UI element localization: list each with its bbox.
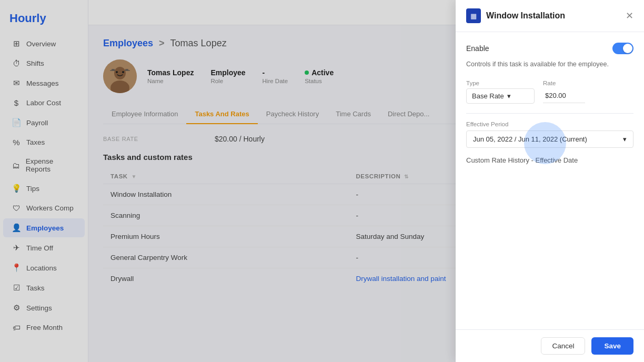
type-label: Type [466, 80, 535, 86]
panel-header-icon: ▦ [466, 8, 481, 23]
effective-period-select[interactable]: Jun 05, 2022 / Jun 11, 2022 (Current) ▾ [466, 130, 633, 148]
panel-header: ▦ Window Installation ✕ [456, 0, 644, 32]
chevron-down-icon: ▾ [507, 92, 511, 100]
enable-row: Enable [466, 43, 633, 54]
effective-period-label: Effective Period [466, 121, 633, 127]
save-button[interactable]: Save [591, 337, 633, 355]
chevron-down-icon: ▾ [623, 135, 627, 143]
panel-title: Window Installation [486, 11, 620, 21]
side-panel: ▦ Window Installation ✕ Enable Controls … [456, 0, 644, 362]
enable-toggle[interactable] [612, 43, 633, 54]
panel-footer: Cancel Save [456, 329, 644, 362]
panel-close-button[interactable]: ✕ [626, 10, 633, 22]
type-rate-row: Type Base Rate ▾ Rate [466, 80, 633, 104]
enable-label: Enable [466, 44, 489, 53]
panel-body: Enable Controls if this task is availabl… [456, 32, 644, 329]
custom-rate-history-title: Custom Rate History - Effective Date [466, 156, 633, 164]
divider [466, 113, 633, 114]
enable-description: Controls if this task is available for t… [466, 59, 633, 69]
type-field-group: Type Base Rate ▾ [466, 80, 535, 104]
type-select[interactable]: Base Rate ▾ [466, 88, 535, 104]
rate-field-group: Rate [543, 80, 585, 104]
rate-label: Rate [543, 80, 585, 86]
rate-input[interactable] [543, 88, 585, 103]
cancel-button[interactable]: Cancel [541, 337, 585, 355]
